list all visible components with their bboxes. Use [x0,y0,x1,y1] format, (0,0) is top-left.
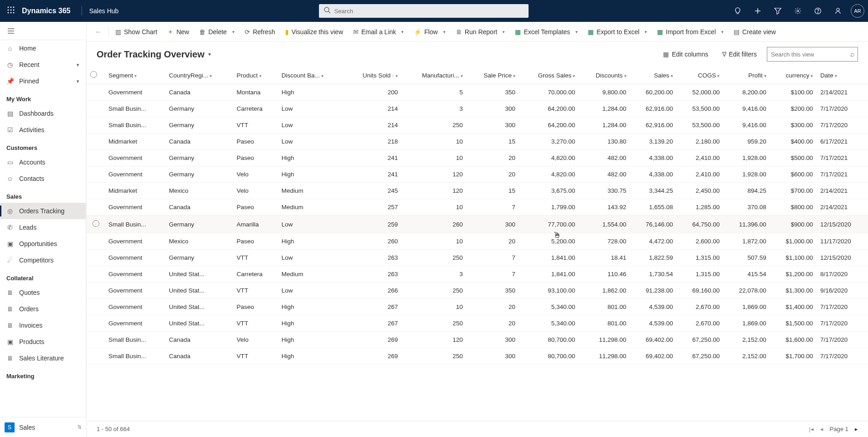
col-sale-price[interactable]: Sale Price▾ [467,67,519,84]
nav-quotes[interactable]: 🗎Quotes [0,284,86,301]
cmd-visualize[interactable]: ▮Visualize this view [281,22,348,42]
hamburger-icon[interactable] [0,22,86,40]
row-select[interactable] [87,199,105,216]
cmd-create-view[interactable]: ▤Create view [729,22,781,42]
cmd-delete[interactable]: 🗑Delete [195,22,239,42]
cmd-export-excel[interactable]: ▦Export to Excel [583,22,652,42]
brand-label[interactable]: Dynamics 365 [22,7,82,15]
table-row[interactable]: Small Busin...GermanyAmarillaLow25926030… [87,216,868,233]
nav-invoices[interactable]: 🗎Invoices [0,317,86,334]
nav-home[interactable]: ⌂Home [0,40,86,57]
col-date[interactable]: Date▾ [817,67,868,84]
view-title[interactable]: Order Tracking Overview [97,49,205,60]
row-select[interactable] [87,348,105,365]
nav-recent[interactable]: ◷Recent▾ [0,57,86,73]
cmd-new[interactable]: ＋New [163,22,194,42]
settings-icon[interactable] [789,0,807,22]
assistant-icon[interactable] [829,0,847,22]
cmd-show-chart[interactable]: ▥Show Chart [111,22,162,42]
col-profit[interactable]: Profit▾ [723,67,770,84]
edit-columns-button[interactable]: ▦Edit columns [659,48,712,61]
table-row[interactable]: GovernmentUnited Stat...VTTHigh267250205… [87,315,868,332]
row-select[interactable] [87,166,105,183]
col-discounts[interactable]: Discounts▾ [579,67,630,84]
table-row[interactable]: MidmarketMexicoVeloMedium245120153,675.0… [87,183,868,199]
table-row[interactable]: GovernmentUnited Stat...CarreteraMedium2… [87,266,868,283]
prev-page-button[interactable]: ◂ [820,426,823,432]
col-segment[interactable]: Segment▾ [105,67,165,84]
row-select[interactable] [87,84,105,101]
row-select[interactable] [87,150,105,166]
nav-orders[interactable]: 🗎Orders [0,301,86,317]
row-select[interactable] [87,101,105,117]
table-row[interactable]: GovernmentGermanyVeloHigh241120204,820.0… [87,166,868,183]
global-search[interactable] [319,4,529,18]
cmd-email-link[interactable]: ✉Email a Link [349,22,408,42]
help-icon[interactable] [809,0,827,22]
row-select[interactable] [87,299,105,315]
table-row[interactable]: GovernmentCanadaPaseoMedium2571071,799.0… [87,199,868,216]
nav-contacts[interactable]: ☺Contacts [0,170,86,187]
row-select[interactable] [87,216,105,233]
col-discount-band[interactable]: Discount Ba...▾ [278,67,344,84]
col-product[interactable]: Product▾ [233,67,277,84]
nav-dashboards[interactable]: ▤Dashboards [0,105,86,122]
col-cogs[interactable]: COGS▾ [677,67,723,84]
table-row[interactable]: GovernmentUnited Stat...VTTLow2662503509… [87,283,868,299]
nav-activities[interactable]: ☑Activities [0,122,86,138]
app-launcher-icon[interactable] [0,6,22,16]
row-select[interactable] [87,117,105,134]
global-search-input[interactable] [334,8,524,15]
cmd-refresh[interactable]: ⟳Refresh [240,22,280,42]
row-select[interactable] [87,233,105,250]
lightbulb-icon[interactable] [729,0,747,22]
row-select[interactable] [87,134,105,150]
next-page-button[interactable]: ▸ [855,426,858,432]
view-search[interactable]: ⌕ [767,47,858,62]
col-gross-sales[interactable]: Gross Sales▾ [519,67,579,84]
nav-leads[interactable]: ✆Leads [0,219,86,236]
nav-accounts[interactable]: ▭Accounts [0,154,86,170]
chevron-down-icon[interactable]: ▾ [208,51,211,57]
row-select[interactable] [87,183,105,199]
nav-products[interactable]: ▣Products [0,334,86,350]
nav-sales-literature[interactable]: 🗎Sales Literature [0,350,86,366]
view-search-input[interactable] [771,51,847,58]
col-sales[interactable]: Sales▾ [630,67,677,84]
row-select[interactable] [87,250,105,266]
col-currency[interactable]: currency▾ [770,67,817,84]
table-row[interactable]: Small Busin...GermanyCarreteraLow2143300… [87,101,868,117]
row-select[interactable] [87,315,105,332]
cmd-import-excel[interactable]: ▦Import from Excel [652,22,728,42]
table-row[interactable]: GovernmentGermanyVTTLow26325071,841.0018… [87,250,868,266]
row-select[interactable] [87,283,105,299]
app-name[interactable]: Sales Hub [89,7,119,15]
area-switcher[interactable]: S Sales ⇅ [0,417,86,437]
table-row[interactable]: GovernmentGermanyPaseoHigh24110204,820.0… [87,150,868,166]
back-button[interactable]: ← [90,28,107,36]
nav-orders-tracking[interactable]: ◎Orders Tracking [0,203,86,219]
table-row[interactable]: Small Busin...CanadaVTTHigh26925030080,7… [87,348,868,365]
row-select[interactable] [87,332,105,348]
table-row[interactable]: GovernmentUnited Stat...PaseoHigh2671020… [87,299,868,315]
table-row[interactable]: GovernmentCanadaMontanaHigh200535070,000… [87,84,868,101]
row-select[interactable] [87,266,105,283]
edit-filters-button[interactable]: ∇Edit filters [719,48,760,61]
select-all[interactable] [87,67,105,84]
table-row[interactable]: Small Busin...CanadaVeloHigh26912030080,… [87,332,868,348]
col-country[interactable]: CountryRegi...▾ [165,67,233,84]
table-row[interactable]: Small Busin...GermanyVTTLow21425030064,2… [87,117,868,134]
cmd-run-report[interactable]: 🗎Run Report [451,22,510,42]
first-page-button[interactable]: |◂ [809,426,813,432]
nav-competitors[interactable]: ☄Competitors [0,252,86,268]
filter-icon[interactable] [769,0,787,22]
nav-opportunities[interactable]: ▣Opportunities [0,236,86,252]
grid[interactable]: Segment▾ CountryRegi...▾ Product▾ Discou… [87,67,868,421]
user-avatar[interactable]: AR [851,4,864,18]
col-units-sold[interactable]: Units Sold↑▾ [344,67,401,84]
col-manufacturing[interactable]: Manufacturi...▾ [401,67,467,84]
table-row[interactable]: GovernmentMexicoPaseoHigh26010205,200.00… [87,233,868,250]
add-icon[interactable] [749,0,767,22]
cmd-flow[interactable]: ⚡Flow [409,22,450,42]
nav-pinned[interactable]: 📌Pinned▾ [0,73,86,89]
